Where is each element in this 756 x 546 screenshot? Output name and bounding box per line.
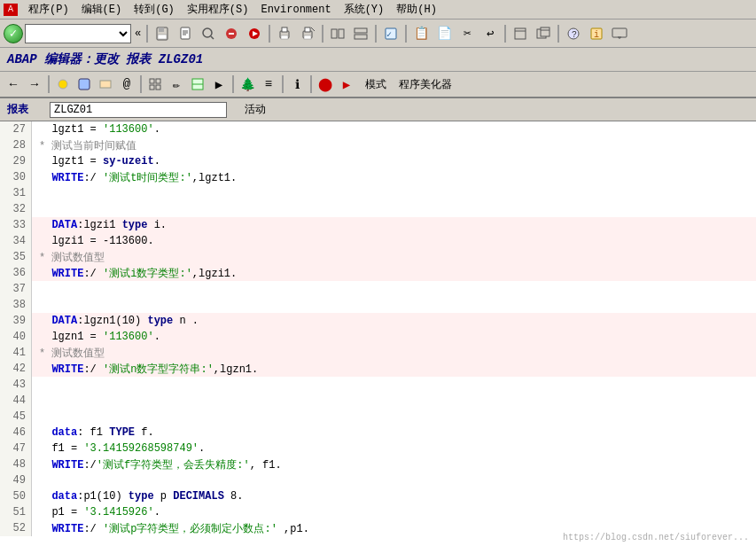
table-row: 33 DATA:lgzi1 type i. (0, 217, 756, 233)
app-icon: A (4, 4, 18, 16)
line-number: 39 (0, 313, 32, 329)
layout2-button[interactable] (350, 23, 371, 44)
line-content[interactable]: data: f1 TYPE f. (32, 425, 756, 441)
line-content[interactable]: lgzi1 = -113600. (32, 233, 756, 249)
menu-environment[interactable]: Environment (255, 2, 336, 18)
stop-button[interactable] (221, 23, 242, 44)
info2-button[interactable]: ℹ (287, 74, 307, 94)
line-content[interactable]: DATA:lgzn1(10) type n . (32, 313, 756, 329)
menu-utilities[interactable]: 实用程序(S) (182, 0, 254, 19)
line-content[interactable] (32, 393, 756, 409)
sep1 (146, 25, 148, 43)
stop2-button[interactable] (244, 23, 265, 44)
st1[interactable] (53, 74, 73, 94)
paste-button[interactable]: 📄 (433, 23, 455, 44)
table-row: 29 lgzt1 = sy-uzeit. (0, 153, 756, 169)
svg-line-8 (211, 36, 214, 39)
cut-button[interactable]: ✂ (456, 23, 478, 44)
line-content[interactable]: * 测试当前时间赋值 (32, 137, 756, 153)
edit2-button[interactable] (188, 74, 207, 94)
back-button[interactable]: ← (4, 74, 23, 94)
line-content[interactable]: f1 = '3.14159268598749'. (32, 441, 756, 456)
svg-text:i: i (594, 30, 599, 40)
forward-button[interactable]: → (25, 74, 44, 94)
save-button[interactable] (152, 23, 173, 44)
line-content[interactable] (32, 409, 756, 425)
menu-system[interactable]: 系统(Y) (339, 0, 390, 19)
line-number: 30 (0, 169, 32, 185)
help-button[interactable]: ? (563, 23, 584, 44)
menu-goto[interactable]: 转到(G) (129, 0, 180, 19)
tree-button[interactable]: 🌲 (238, 74, 257, 94)
line-content[interactable]: WRITE:/ '测试n数字型字符串:',lgzn1. (32, 361, 756, 377)
copy-button[interactable]: 📋 (410, 23, 432, 44)
line-number: 37 (0, 281, 32, 297)
monitor-button[interactable] (609, 23, 630, 44)
layout-button[interactable] (327, 23, 348, 44)
debug-button[interactable]: ⬤ (316, 74, 335, 94)
line-number: 43 (0, 377, 32, 393)
line-content[interactable]: p1 = '3.1415926'. (32, 504, 756, 520)
sep4 (375, 25, 377, 43)
line-content[interactable] (32, 377, 756, 393)
svg-rect-40 (100, 81, 111, 88)
list-button[interactable]: ≡ (259, 74, 278, 94)
table-row: 34 lgzi1 = -113600. (0, 233, 756, 249)
toolbar-dropdown[interactable] (25, 24, 131, 43)
code-area: 27 lgzt1 = '113600'.28* 测试当前时间赋值29 lgzt1… (0, 121, 756, 536)
line-content[interactable]: lgzn1 = '113600'. (32, 329, 756, 345)
svg-rect-15 (281, 35, 288, 39)
run-button[interactable]: ▶ (209, 74, 229, 94)
sep6 (504, 25, 506, 43)
line-content[interactable]: WRITE:/ '测试p字符类型，必须制定小数点:' ,p1. (32, 520, 756, 536)
info-button[interactable]: i (586, 23, 607, 44)
line-content[interactable] (32, 185, 756, 201)
line-content[interactable] (32, 472, 756, 488)
page-button[interactable] (175, 23, 196, 44)
menu-bar: A 程序(P) 编辑(E) 转到(G) 实用程序(S) Environment … (0, 0, 756, 20)
svg-line-19 (311, 27, 315, 31)
check-button[interactable]: ✓ (380, 23, 401, 44)
line-content[interactable]: data:p1(10) type p DECIMALS 8. (32, 488, 756, 504)
st2[interactable] (74, 74, 94, 94)
print-button[interactable] (274, 23, 295, 44)
table-row: 48 WRITE:/'测试f字符类型，会丢失精度:', f1. (0, 456, 756, 472)
table-row: 39 DATA:lgzn1(10) type n . (0, 313, 756, 329)
table-row: 30 WRITE:/ '测试t时间类型:',lgzt1. (0, 169, 756, 185)
table-row: 49 (0, 472, 756, 488)
line-content[interactable] (32, 281, 756, 297)
line-content[interactable]: DATA:lgzi1 type i. (32, 217, 756, 233)
svg-rect-42 (156, 79, 160, 83)
st4[interactable]: @ (117, 74, 136, 94)
menu-program[interactable]: 程序(P) (23, 0, 74, 19)
grid1[interactable] (145, 74, 165, 94)
line-number: 52 (0, 520, 32, 536)
line-content[interactable]: WRITE:/'测试f字符类型，会丢失精度:', f1. (32, 456, 756, 472)
window1-button[interactable] (510, 23, 531, 44)
line-number: 51 (0, 504, 32, 520)
line-content[interactable]: lgzt1 = '113600'. (32, 121, 756, 137)
line-content[interactable] (32, 201, 756, 217)
code-editor[interactable]: 27 lgzt1 = '113600'.28* 测试当前时间赋值29 lgzt1… (0, 121, 756, 546)
line-number: 49 (0, 472, 32, 488)
line-content[interactable] (32, 297, 756, 313)
table-row: 46 data: f1 TYPE f. (0, 425, 756, 441)
line-content[interactable]: WRITE:/ '测试i数字类型:',lgzi1. (32, 265, 756, 281)
menu-help[interactable]: 帮助(H) (391, 0, 442, 19)
table-row: 35* 测试数值型 (0, 249, 756, 265)
menu-edit[interactable]: 编辑(E) (76, 0, 128, 19)
line-number: 41 (0, 345, 32, 361)
st3[interactable] (96, 74, 115, 94)
line-content[interactable]: lgzt1 = sy-uzeit. (32, 153, 756, 169)
line-content[interactable]: * 测试数值型 (32, 345, 756, 361)
sep7 (557, 25, 559, 43)
window2-button[interactable] (533, 23, 554, 44)
search-button[interactable] (198, 23, 219, 44)
undo-button[interactable]: ↩ (479, 23, 501, 44)
line-content[interactable]: * 测试数值型 (32, 249, 756, 265)
run2-button[interactable]: ▶ (337, 74, 356, 94)
line-number: 36 (0, 265, 32, 281)
print2-button[interactable] (297, 23, 318, 44)
pencil-button[interactable]: ✏ (167, 74, 186, 94)
line-content[interactable]: WRITE:/ '测试t时间类型:',lgzt1. (32, 169, 756, 185)
